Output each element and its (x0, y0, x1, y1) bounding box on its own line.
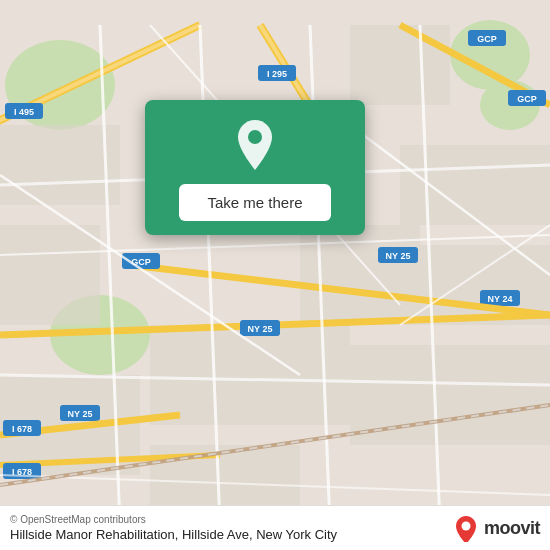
bottom-info: © OpenStreetMap contributors Hillside Ma… (10, 514, 337, 542)
svg-rect-11 (150, 325, 350, 425)
svg-point-61 (461, 522, 470, 531)
svg-text:GCP: GCP (517, 94, 537, 104)
map-pin-icon (232, 118, 278, 172)
svg-text:I 295: I 295 (267, 69, 287, 79)
map-background: I 495 I 295 GCP GCP NY 25 NY 25 NY 25 NY… (0, 0, 550, 550)
moovit-brand-text: moovit (484, 518, 540, 539)
svg-text:NY 25: NY 25 (68, 409, 93, 419)
svg-text:NY 25: NY 25 (248, 324, 273, 334)
moovit-pin-icon (452, 514, 480, 542)
svg-rect-6 (0, 225, 100, 325)
svg-text:I 495: I 495 (14, 107, 34, 117)
svg-rect-8 (400, 145, 550, 225)
svg-point-60 (248, 130, 262, 144)
copyright-text: © OpenStreetMap contributors (10, 514, 337, 525)
take-me-there-button[interactable]: Take me there (179, 184, 330, 221)
svg-text:NY 25: NY 25 (386, 251, 411, 261)
svg-rect-7 (350, 25, 450, 105)
bottom-bar: © OpenStreetMap contributors Hillside Ma… (0, 505, 550, 550)
moovit-logo[interactable]: moovit (452, 514, 540, 542)
svg-text:I 678: I 678 (12, 424, 32, 434)
map-container: I 495 I 295 GCP GCP NY 25 NY 25 NY 25 NY… (0, 0, 550, 550)
svg-rect-5 (0, 125, 120, 205)
svg-text:GCP: GCP (477, 34, 497, 44)
location-text: Hillside Manor Rehabilitation, Hillside … (10, 527, 337, 542)
popup-card: Take me there (145, 100, 365, 235)
svg-text:NY 24: NY 24 (488, 294, 513, 304)
